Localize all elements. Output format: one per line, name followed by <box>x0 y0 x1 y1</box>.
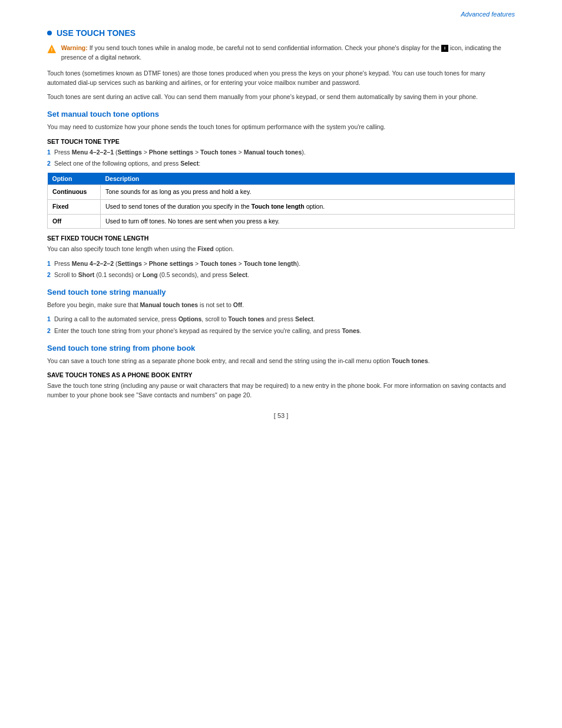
section1-step3: 1 Press Menu 4–2–2–2 (Settings > Phone s… <box>47 259 515 268</box>
section2-step1: 1 During a call to the automated service… <box>47 314 515 324</box>
content-area: USE TOUCH TONES ! Warning: If you send t… <box>0 22 562 443</box>
table-cell-option: Off <box>48 214 101 229</box>
sub1-title: SET TOUCH TONE TYPE <box>47 138 515 145</box>
section3-title: Send touch tone string from phone book <box>47 344 515 353</box>
warning-icon: ! <box>47 44 57 54</box>
digital-network-icon: i <box>441 45 448 52</box>
table-cell-option: Fixed <box>48 199 101 214</box>
sub3-text: Save the touch tone string (including an… <box>47 381 515 400</box>
body-para2: Touch tones are sent during an active ca… <box>47 92 515 101</box>
table-col1-header: Option <box>48 173 101 185</box>
table-col2-header: Description <box>101 173 515 185</box>
warning-label: Warning: <box>61 44 88 51</box>
section3-intro: You can save a touch tone string as a se… <box>47 356 515 365</box>
section1-intro: You may need to customize how your phone… <box>47 122 515 131</box>
table-row: ContinuousTone sounds for as long as you… <box>48 185 515 200</box>
section1-title: Set manual touch tone options <box>47 110 515 118</box>
section2-step2: 2 Enter the touch tone string from your … <box>47 326 515 335</box>
section2-intro: Before you begin, make sure that Manual … <box>47 300 515 309</box>
warning-body1: If you send touch tones while in analog … <box>90 44 439 51</box>
table-cell-description: Tone sounds for as long as you press and… <box>101 185 515 200</box>
warning-box: ! Warning: If you send touch tones while… <box>47 44 515 62</box>
table-cell-option: Continuous <box>48 185 101 200</box>
table-row: OffUsed to turn off tones. No tones are … <box>48 214 515 229</box>
section2-title: Send touch tone string manually <box>47 288 515 297</box>
page: Advanced features USE TOUCH TONES ! Warn… <box>0 0 562 728</box>
sub3-title: SAVE TOUCH TONES AS A PHONE BOOK ENTRY <box>47 371 515 378</box>
table-cell-description: Used to send tones of the duration you s… <box>101 199 515 214</box>
svg-text:!: ! <box>51 47 52 52</box>
section1-step2: 2 Select one of the following options, a… <box>47 159 515 168</box>
warning-text: Warning: If you send touch tones while i… <box>61 44 515 62</box>
table-cell-description: Used to turn off tones. No tones are sen… <box>101 214 515 229</box>
table-row: FixedUsed to send tones of the duration … <box>48 199 515 214</box>
body-para1: Touch tones (sometimes known as DTMF ton… <box>47 68 515 88</box>
options-table: Option Description ContinuousTone sounds… <box>47 173 515 229</box>
main-title: USE TOUCH TONES <box>47 28 515 38</box>
header-label: Advanced features <box>461 11 515 18</box>
sub2-title: SET FIXED TOUCH TONE LENGTH <box>47 235 515 242</box>
bullet-icon <box>47 31 52 35</box>
page-header: Advanced features <box>0 0 562 22</box>
main-title-text: USE TOUCH TONES <box>57 28 135 38</box>
section1-step4: 2 Scroll to Short (0.1 seconds) or Long … <box>47 270 515 279</box>
page-number: [ 53 ] <box>47 412 515 419</box>
section1-step1: 1 Press Menu 4–2–2–1 (Settings > Phone s… <box>47 147 515 157</box>
sub2-intro: You can also specify touch tone length w… <box>47 244 515 253</box>
